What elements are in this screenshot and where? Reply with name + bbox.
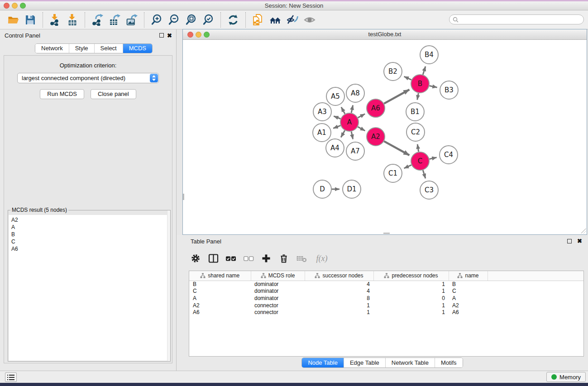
show-graphics-details-button[interactable] — [301, 12, 318, 28]
table-cell[interactable]: 1 — [373, 281, 449, 288]
close-window-button[interactable] — [4, 3, 10, 9]
select-all-rows-button[interactable] — [225, 253, 236, 264]
table-cell[interactable]: dominator — [251, 288, 305, 295]
network-hscroll-thumb[interactable] — [383, 233, 390, 234]
result-list-scrollbar[interactable] — [167, 210, 170, 361]
open-file-button[interactable] — [5, 12, 22, 28]
mcds-result-item[interactable]: B — [9, 231, 170, 238]
table-row[interactable]: Adominator80A — [189, 295, 583, 302]
edge-A6-B[interactable] — [384, 90, 409, 104]
minimize-window-button[interactable] — [12, 3, 18, 9]
edge-A-A2[interactable] — [358, 127, 365, 131]
network-window-titlebar[interactable]: testGlobe.txt — [183, 29, 587, 40]
edge-B-B1[interactable] — [417, 93, 419, 100]
edge-B-B3[interactable] — [430, 86, 437, 87]
edge-C-C4[interactable] — [429, 157, 436, 159]
edge-A-A1[interactable] — [333, 125, 340, 128]
table-panel-close-button[interactable]: ✖ — [577, 238, 582, 244]
table-cell[interactable]: A6 — [189, 309, 251, 316]
table-cell[interactable]: A — [449, 295, 488, 302]
node-C4[interactable]: C4 — [440, 146, 458, 164]
criterion-dropdown[interactable]: largest connected component (directed) — [17, 73, 159, 83]
node-A5[interactable]: A5 — [326, 87, 344, 105]
node-B[interactable]: B — [411, 75, 429, 93]
table-cell[interactable]: connector — [251, 309, 305, 316]
export-table-button[interactable] — [106, 12, 123, 28]
table-cell[interactable]: dominator — [251, 295, 305, 302]
control-panel-close-button[interactable]: ✖ — [167, 33, 172, 38]
node-C1[interactable]: C1 — [384, 164, 402, 182]
table-cell[interactable]: B — [449, 281, 488, 288]
search-field[interactable] — [449, 14, 584, 24]
table-cell[interactable]: dominator — [251, 281, 305, 288]
edge-A2-C[interactable] — [384, 141, 409, 155]
table-cell[interactable]: C — [449, 288, 488, 295]
node-B1[interactable]: B1 — [406, 103, 424, 121]
tab-edge-table[interactable]: Edge Table — [344, 358, 385, 367]
save-session-button[interactable] — [22, 12, 39, 28]
column-header-predecessor-nodes[interactable]: predecessor nodes — [373, 271, 449, 281]
column-header-shared-name[interactable]: shared name — [189, 271, 251, 281]
edge-A-A7[interactable] — [351, 132, 353, 139]
table-cell[interactable]: 1 — [373, 309, 449, 316]
node-C[interactable]: C — [411, 152, 429, 170]
function-builder-button[interactable]: f(x) — [314, 253, 330, 264]
network-close-button[interactable] — [187, 32, 193, 38]
table-cell[interactable]: 1 — [305, 309, 373, 316]
delete-table-button[interactable] — [296, 253, 307, 264]
tab-node-table[interactable]: Node Table — [302, 358, 344, 367]
table-cell[interactable]: A — [189, 295, 251, 302]
tab-mcds[interactable]: MCDS — [123, 44, 152, 53]
table-cell[interactable]: 4 — [305, 288, 373, 295]
table-cell[interactable]: A6 — [449, 309, 488, 316]
close-panel-button[interactable]: Close panel — [91, 89, 136, 99]
tab-network[interactable]: Network — [35, 44, 69, 53]
table-row[interactable]: Bdominator41B — [189, 281, 583, 288]
node-A8[interactable]: A8 — [346, 84, 364, 102]
edge-B-B2[interactable] — [404, 76, 411, 80]
edge-B-B4[interactable] — [423, 67, 425, 75]
clone-network-button[interactable] — [249, 12, 267, 28]
run-mcds-button[interactable]: Run MCDS — [40, 89, 84, 99]
mcds-result-item[interactable]: A6 — [9, 245, 170, 253]
import-network-button[interactable] — [47, 12, 64, 28]
table-cell[interactable]: 1 — [373, 302, 449, 309]
table-cell[interactable]: B — [189, 281, 251, 288]
zoom-selected-button[interactable] — [200, 12, 217, 28]
delete-column-button[interactable] — [278, 253, 289, 264]
zoom-out-button[interactable] — [165, 12, 182, 28]
edge-A-A6[interactable] — [358, 114, 365, 118]
table-cell[interactable]: connector — [251, 302, 305, 309]
table-row[interactable]: A6connector11A6 — [189, 309, 583, 316]
tab-network-table[interactable]: Network Table — [385, 358, 435, 367]
column-header-successor-nodes[interactable]: successor nodes — [305, 271, 373, 281]
table-cell[interactable]: 0 — [373, 295, 449, 302]
create-column-button[interactable] — [261, 253, 272, 264]
edge-C-C1[interactable] — [404, 165, 411, 168]
table-row[interactable]: Cdominator41C — [189, 288, 583, 295]
control-panel-float-button[interactable] — [159, 33, 164, 38]
table-cell[interactable]: A2 — [189, 302, 251, 309]
node-A7[interactable]: A7 — [346, 142, 364, 160]
memory-button[interactable]: Memory — [546, 372, 586, 382]
edge-A-A8[interactable] — [351, 105, 353, 113]
edge-C-C2[interactable] — [417, 144, 419, 152]
tab-style[interactable]: Style — [69, 44, 94, 53]
edge-A-A3[interactable] — [334, 116, 340, 119]
zoom-fit-button[interactable] — [182, 12, 200, 28]
deselect-all-rows-button[interactable] — [243, 253, 254, 264]
node-A2[interactable]: A2 — [367, 128, 385, 146]
table-settings-button[interactable] — [190, 253, 201, 264]
network-maximize-button[interactable] — [204, 32, 210, 38]
table-cell[interactable]: 4 — [305, 281, 373, 288]
home-button[interactable] — [267, 12, 284, 28]
node-C2[interactable]: C2 — [406, 123, 425, 141]
node-B2[interactable]: B2 — [384, 62, 402, 81]
hide-graphics-details-button[interactable] — [284, 12, 301, 28]
node-A[interactable]: A — [340, 113, 359, 131]
node-D[interactable]: D — [313, 180, 331, 198]
table-cell[interactable]: 8 — [305, 295, 373, 302]
edge-A-A5[interactable] — [341, 107, 345, 114]
network-minimize-button[interactable] — [196, 32, 201, 38]
node-C3[interactable]: C3 — [420, 181, 438, 199]
